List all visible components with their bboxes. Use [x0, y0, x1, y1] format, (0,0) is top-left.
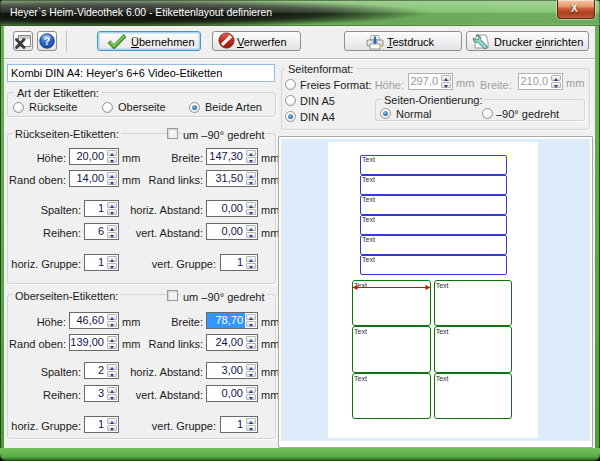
svg-text:?: ? — [44, 35, 50, 47]
